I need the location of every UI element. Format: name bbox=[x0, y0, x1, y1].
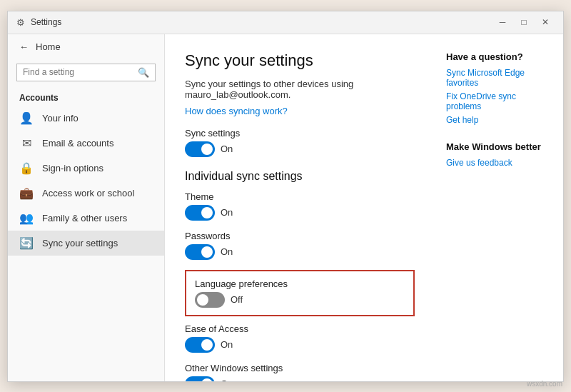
toggle-knob bbox=[201, 144, 213, 155]
feedback-link[interactable]: Give us feedback bbox=[446, 158, 552, 168]
sidebar-item-label: Access work or school bbox=[42, 188, 134, 198]
language-label: Language preferences bbox=[195, 278, 405, 289]
your-info-icon: 👤 bbox=[19, 111, 34, 125]
language-toggle-status: Off bbox=[231, 294, 243, 305]
page-title: Sync your settings bbox=[185, 51, 415, 70]
theme-toggle-status: On bbox=[221, 207, 233, 218]
sidebar-item-family[interactable]: 👥 Family & other users bbox=[8, 206, 164, 231]
theme-toggle[interactable] bbox=[185, 205, 215, 221]
briefcase-icon: 💼 bbox=[19, 186, 34, 200]
toggle-knob bbox=[197, 294, 208, 306]
sync-settings-group: Sync settings On bbox=[185, 128, 415, 157]
title-bar-left: ⚙ Settings bbox=[16, 17, 61, 28]
ease-toggle-row: On bbox=[185, 337, 415, 353]
watermark: wsxdn.com bbox=[527, 380, 562, 388]
passwords-toggle[interactable] bbox=[185, 244, 215, 260]
maximize-button[interactable]: □ bbox=[515, 14, 533, 30]
settings-window-icon: ⚙ bbox=[16, 17, 25, 28]
sidebar-item-label: Your info bbox=[42, 113, 79, 124]
toggle-knob bbox=[201, 339, 213, 351]
sidebar-item-your-info[interactable]: 👤 Your info bbox=[8, 106, 164, 131]
feedback-title: Make Windows better bbox=[446, 141, 552, 152]
sync-settings-label: Sync settings bbox=[185, 128, 415, 139]
other-toggle-row: On bbox=[185, 376, 415, 381]
sidebar-item-work-school[interactable]: 💼 Access work or school bbox=[8, 181, 164, 206]
theme-setting-group: Theme On bbox=[185, 191, 415, 221]
toggle-knob bbox=[201, 246, 213, 258]
passwords-label: Passwords bbox=[185, 231, 415, 241]
content-area: ← Home 🔍 Accounts 👤 Your info ✉ Email & … bbox=[8, 34, 563, 381]
settings-window: ⚙ Settings ─ □ ✕ ← Home 🔍 Accounts 👤 You… bbox=[7, 11, 564, 382]
theme-toggle-row: On bbox=[185, 205, 415, 221]
passwords-setting-group: Passwords On bbox=[185, 231, 415, 260]
sidebar: ← Home 🔍 Accounts 👤 Your info ✉ Email & … bbox=[8, 34, 165, 381]
main-content: Sync your settings Sync your settings to… bbox=[165, 34, 435, 381]
title-bar: ⚙ Settings ─ □ ✕ bbox=[8, 11, 563, 34]
edge-favorites-link[interactable]: Sync Microsoft Edge favorites bbox=[446, 68, 552, 88]
sidebar-item-label: Sync your settings bbox=[42, 238, 118, 248]
spacer bbox=[446, 129, 552, 141]
other-toggle-status: On bbox=[221, 378, 233, 381]
home-label: Home bbox=[36, 41, 61, 52]
other-label: Other Windows settings bbox=[185, 363, 415, 373]
sidebar-item-label: Email & accounts bbox=[42, 138, 113, 149]
passwords-toggle-status: On bbox=[221, 246, 233, 257]
search-box: 🔍 bbox=[16, 64, 156, 81]
minimize-button[interactable]: ─ bbox=[493, 14, 512, 30]
sidebar-item-email-accounts[interactable]: ✉ Email & accounts bbox=[8, 131, 164, 156]
how-syncing-link[interactable]: How does syncing work? bbox=[185, 106, 288, 116]
search-input[interactable] bbox=[23, 67, 133, 77]
sync-icon: 🔄 bbox=[19, 236, 34, 250]
language-toggle-row: Off bbox=[195, 292, 405, 308]
ease-label: Ease of Access bbox=[185, 323, 415, 334]
other-setting-group: Other Windows settings On bbox=[185, 363, 415, 381]
get-help-link[interactable]: Get help bbox=[446, 115, 552, 125]
window-title: Settings bbox=[31, 17, 61, 27]
ease-setting-group: Ease of Access On bbox=[185, 323, 415, 353]
help-title: Have a question? bbox=[446, 51, 552, 62]
title-bar-controls: ─ □ ✕ bbox=[493, 14, 555, 30]
ease-toggle[interactable] bbox=[185, 337, 215, 353]
onedrive-sync-link[interactable]: Fix OneDrive sync problems bbox=[446, 91, 552, 111]
sidebar-section-label: Accounts bbox=[8, 86, 164, 106]
sidebar-home[interactable]: ← Home bbox=[8, 34, 164, 59]
individual-section-header: Individual sync settings bbox=[185, 170, 415, 183]
toggle-knob bbox=[201, 378, 213, 381]
sidebar-item-label: Sign-in options bbox=[42, 163, 103, 174]
ease-toggle-status: On bbox=[221, 339, 233, 350]
sync-toggle[interactable] bbox=[185, 141, 215, 157]
home-icon: ← bbox=[19, 41, 29, 52]
sync-toggle-row: On bbox=[185, 141, 415, 157]
lock-icon: 🔒 bbox=[19, 161, 34, 175]
sidebar-item-label: Family & other users bbox=[42, 213, 127, 223]
language-toggle[interactable] bbox=[195, 292, 225, 308]
sidebar-item-sync[interactable]: 🔄 Sync your settings bbox=[8, 231, 164, 256]
passwords-toggle-row: On bbox=[185, 244, 415, 260]
close-button[interactable]: ✕ bbox=[536, 14, 555, 30]
sidebar-item-sign-in[interactable]: 🔒 Sign-in options bbox=[8, 156, 164, 181]
toggle-knob bbox=[201, 207, 213, 218]
sync-toggle-status: On bbox=[221, 144, 233, 154]
right-panel: Have a question? Sync Microsoft Edge fav… bbox=[435, 34, 563, 381]
search-icon: 🔍 bbox=[138, 67, 149, 78]
family-icon: 👥 bbox=[19, 211, 34, 225]
theme-label: Theme bbox=[185, 191, 415, 202]
email-icon: ✉ bbox=[19, 136, 34, 150]
other-toggle[interactable] bbox=[185, 376, 215, 381]
language-highlighted-box: Language preferences Off bbox=[185, 270, 415, 316]
sync-description: Sync your settings to other devices usin… bbox=[185, 79, 415, 100]
